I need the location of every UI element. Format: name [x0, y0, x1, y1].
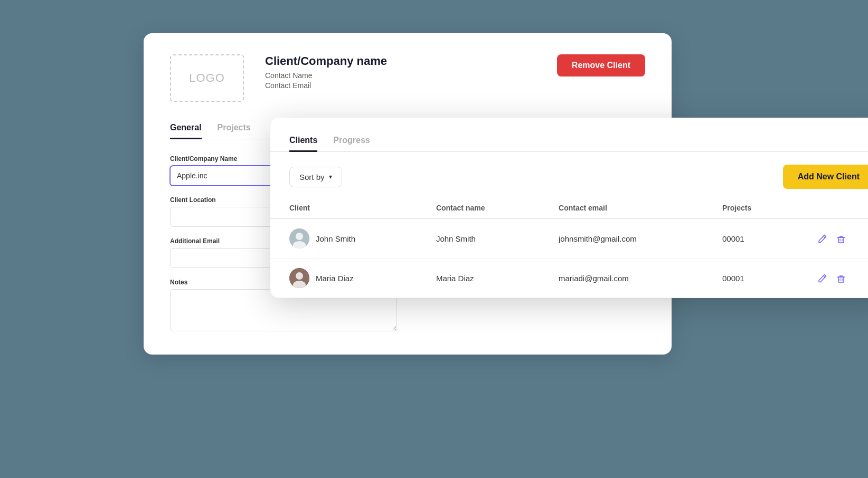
client-name-maria: Maria Diaz	[316, 274, 354, 283]
col-contact-email: Contact email	[540, 197, 703, 219]
svg-point-5	[296, 272, 303, 280]
logo-box: LOGO	[170, 54, 244, 102]
contact-email-placeholder: Contact Email	[265, 81, 387, 90]
edit-icon-john[interactable]	[817, 233, 827, 244]
contact-name-john: John Smith	[417, 219, 540, 259]
clients-toolbar: Sort by ▾ Add New Client	[270, 152, 868, 197]
contact-email-maria: mariadi@gmail.com	[540, 259, 703, 298]
col-actions	[798, 197, 868, 219]
projects-maria: 00001	[703, 259, 798, 298]
clients-list-card: Clients Progress Sort by ▾ Add New Clien…	[270, 118, 868, 298]
svg-rect-3	[838, 237, 844, 243]
clients-tabs: Clients Progress	[270, 118, 868, 152]
logo-text: LOGO	[189, 71, 225, 85]
avatar-maria	[289, 268, 309, 288]
tab-clients[interactable]: Clients	[289, 130, 317, 152]
client-info: Client/Company name Contact Name Contact…	[265, 54, 387, 91]
table-row: Maria Diaz Maria Diaz mariadi@gmail.com …	[270, 259, 868, 298]
clients-table: Client Contact name Contact email Projec…	[270, 197, 868, 298]
client-company-name: Client/Company name	[265, 54, 387, 68]
client-cell-john: John Smith	[270, 219, 417, 259]
delete-icon-john[interactable]	[836, 233, 846, 244]
add-new-client-button[interactable]: Add New Client	[783, 165, 868, 189]
svg-rect-7	[838, 277, 844, 282]
edit-icon-maria[interactable]	[817, 272, 827, 283]
chevron-down-icon: ▾	[329, 173, 332, 180]
table-header-row: Client Contact name Contact email Projec…	[270, 197, 868, 219]
client-name-john: John Smith	[316, 234, 355, 243]
projects-john: 00001	[703, 219, 798, 259]
tab-progress[interactable]: Progress	[333, 130, 370, 152]
client-detail-header: LOGO Client/Company name Contact Name Co…	[170, 54, 645, 102]
tab-projects[interactable]: Projects	[218, 118, 251, 139]
contact-name-maria: Maria Diaz	[417, 259, 540, 298]
col-client: Client	[270, 197, 417, 219]
col-contact-name: Contact name	[417, 197, 540, 219]
contact-email-john: johnsmith@gmail.com	[540, 219, 703, 259]
svg-point-1	[296, 233, 303, 240]
actions-john	[798, 219, 868, 259]
contact-name-placeholder: Contact Name	[265, 71, 387, 80]
sort-by-button[interactable]: Sort by ▾	[289, 167, 342, 187]
actions-maria	[798, 259, 868, 298]
remove-client-button[interactable]: Remove Client	[557, 54, 645, 77]
avatar-john	[289, 228, 309, 248]
table-row: John Smith John Smith johnsmith@gmail.co…	[270, 219, 868, 259]
col-projects: Projects	[703, 197, 798, 219]
sort-by-label: Sort by	[299, 173, 325, 181]
delete-icon-maria[interactable]	[836, 272, 846, 283]
tab-general[interactable]: General	[170, 118, 202, 139]
client-cell-maria: Maria Diaz	[270, 259, 417, 298]
